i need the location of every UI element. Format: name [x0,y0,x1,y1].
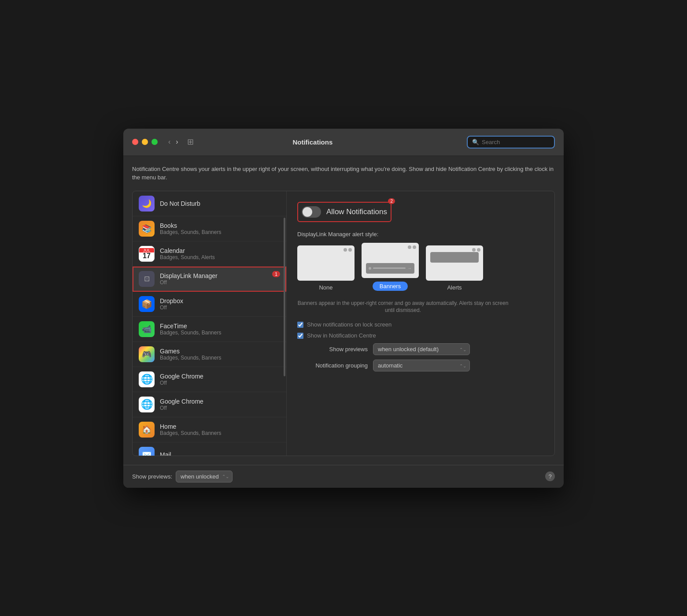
alert-styles: None → [297,243,544,291]
books-name: Books [160,222,280,229]
allow-notifications-toggle[interactable] [302,206,321,218]
games-sub: Badges, Sounds, Banners [160,355,280,361]
allow-notifications-label: Allow Notifications [326,208,387,216]
search-icon: 🔍 [472,139,479,145]
calendar-name: Calendar [160,247,280,254]
sidebar-item-facetime[interactable]: 📹 FaceTime Badges, Sounds, Banners [133,317,286,342]
chrome1-name: Google Chrome [160,373,280,380]
games-icon: 🎮 [139,346,155,362]
alerts-label: Alerts [447,284,462,291]
calendar-icon: JUL 17 [139,246,155,262]
close-button[interactable] [132,139,138,145]
dropbox-name: Dropbox [160,297,280,304]
alert-style-heading: DisplayLink Manager alert style: [297,231,544,237]
banners-preview: → [362,243,419,278]
sidebar-item-displaylink[interactable]: ⊡ DisplayLink Manager Off 1 [133,267,286,292]
sidebar-item-calendar[interactable]: JUL 17 Calendar Badges, Sounds, Alerts [133,241,286,267]
chrome2-info: Google Chrome Off [160,398,280,411]
chrome1-icon: 🌐 [139,371,155,387]
chrome2-name: Google Chrome [160,398,280,405]
lock-screen-label: Show notifications on lock screen [307,321,392,328]
lock-screen-option: Show notifications on lock screen [297,321,544,328]
banners-label: Banners [373,282,408,291]
sidebar-item-chrome2[interactable]: 🌐 Google Chrome Off [133,392,286,417]
chrome1-sub: Off [160,380,280,386]
description-text: Notification Centre shows your alerts in… [132,165,555,182]
minimize-button[interactable] [142,139,148,145]
notification-grouping-label: Notification grouping [297,362,368,369]
dropbox-sub: Off [160,304,280,311]
bottom-show-previews-select[interactable]: when unlocked always never [176,471,233,482]
sidebar-item-home[interactable]: 🏠 Home Badges, Sounds, Banners [133,417,286,442]
notification-grouping-select[interactable]: automatic by app off [373,360,470,371]
sidebar-item-games[interactable]: 🎮 Games Badges, Sounds, Banners [133,342,286,367]
show-previews-select[interactable]: when unlocked (default) always never [373,343,470,355]
facetime-name: FaceTime [160,323,280,330]
alert-style-none[interactable]: None [297,245,355,291]
displaylink-sub: Off [160,279,280,286]
notification-grouping-select-wrapper: automatic by app off [373,360,470,371]
books-icon: 📚 [139,221,155,237]
none-preview [297,245,355,281]
displaylink-icon: ⊡ [139,271,155,287]
nc-checkbox[interactable] [297,333,303,339]
displaylink-info: DisplayLink Manager Off [160,272,280,286]
dnd-name: Do Not Disturb [160,200,280,207]
games-name: Games [160,348,280,355]
traffic-lights [132,139,158,145]
notification-centre-option: Show in Notification Centre [297,332,544,339]
lock-screen-checkbox[interactable] [297,322,303,328]
facetime-sub: Badges, Sounds, Banners [160,330,280,336]
facetime-icon: 📹 [139,321,155,337]
show-previews-row: Show previews when unlocked (default) al… [297,343,544,355]
titlebar: ‹ › ⊞ Notifications 🔍 [123,129,564,156]
none-label: None [319,284,332,291]
home-icon: 🏠 [139,422,155,438]
options-section: Show notifications on lock screen Show i… [297,321,544,339]
sidebar: 🌙 Do Not Disturb 📚 Books Badges, Sounds,… [133,191,287,456]
main-area: 🌙 Do Not Disturb 📚 Books Badges, Sounds,… [132,191,555,456]
dropbox-info: Dropbox Off [160,297,280,311]
show-previews-select-wrapper: when unlocked (default) always never [373,343,470,355]
allow-badge: 2 [388,198,395,204]
dnd-icon: 🌙 [139,196,155,212]
maximize-button[interactable] [151,139,158,145]
help-button[interactable]: ? [545,471,555,481]
calendar-sub: Badges, Sounds, Alerts [160,254,280,260]
toggle-knob [303,207,312,217]
books-info: Books Badges, Sounds, Banners [160,222,280,235]
facetime-info: FaceTime Badges, Sounds, Banners [160,323,280,336]
mail-icon: ✉️ [139,447,155,456]
nc-label: Show in Notification Centre [307,332,376,339]
dropbox-icon: 📦 [139,296,155,312]
mail-name: Mail [160,451,280,456]
displaylink-name: DisplayLink Manager [160,272,280,279]
alert-description: Banners appear in the upper-right corner… [297,300,509,315]
search-input[interactable] [482,139,550,145]
sidebar-item-books[interactable]: 📚 Books Badges, Sounds, Banners [133,216,286,241]
search-box[interactable]: 🔍 [467,136,555,148]
detail-panel: 2 Allow Notifications DisplayLink Manage… [287,191,554,456]
dnd-info: Do Not Disturb [160,200,280,207]
mail-info: Mail [160,451,280,456]
window-title: Notifications [164,138,462,146]
home-sub: Badges, Sounds, Banners [160,430,280,436]
show-previews-label: Show previews [297,346,368,353]
alert-style-alerts[interactable]: Alerts [426,245,483,291]
chrome2-sub: Off [160,405,280,411]
bottom-bar: Show previews: when unlocked always neve… [123,465,564,488]
sidebar-item-chrome1[interactable]: 🌐 Google Chrome Off [133,367,286,392]
sidebar-item-dropbox[interactable]: 📦 Dropbox Off [133,292,286,317]
sidebar-item-mail[interactable]: ✉️ Mail [133,442,286,456]
sidebar-item-do-not-disturb[interactable]: 🌙 Do Not Disturb [133,191,286,216]
chrome1-info: Google Chrome Off [160,373,280,386]
alert-style-banners[interactable]: → Banners [362,243,419,291]
chrome2-icon: 🌐 [139,397,155,412]
home-name: Home [160,423,280,430]
scrollbar[interactable] [284,218,285,376]
bottom-show-previews-wrapper: when unlocked always never [176,471,233,482]
games-info: Games Badges, Sounds, Banners [160,348,280,361]
notifications-window: ‹ › ⊞ Notifications 🔍 Notification Centr… [123,129,564,488]
displaylink-badge: 1 [272,271,280,277]
allow-notifications-row: 2 Allow Notifications [297,202,392,222]
